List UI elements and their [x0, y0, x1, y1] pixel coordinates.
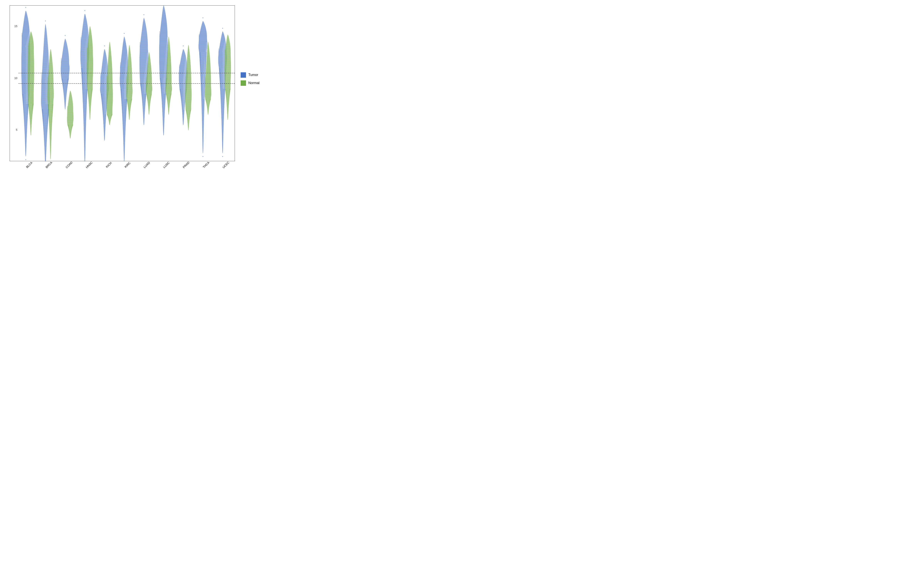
legend-item-tumor: Tumor [241, 73, 268, 78]
svg-rect-520 [45, 21, 46, 21]
plot-area-wrapper: 51015 BLCABRCACOADHNSCKICHKIRCLUADLUSCPR… [10, 5, 237, 167]
x-labels-row: BLCABRCACOADHNSCKICHKIRCLUADLUSCPRADTHCA… [18, 163, 235, 167]
legend-label: Tumor [248, 73, 258, 77]
legend-color-box [241, 73, 246, 78]
svg-rect-1844 [183, 45, 184, 46]
legend-label: Normal [248, 81, 260, 85]
x-label-ucec: UCEC [222, 161, 230, 168]
x-label-luad: LUAD [143, 161, 150, 168]
y-axis-label [2, 5, 10, 167]
violin-svg [18, 6, 235, 161]
x-label-kirc: KIRC [124, 161, 131, 168]
x-label-kich: KICH [105, 161, 112, 168]
legend-color-box [241, 81, 246, 86]
plot-area: 51015 [10, 5, 235, 161]
svg-rect-2272 [222, 28, 223, 29]
svg-rect-257 [26, 7, 26, 8]
y-tick-15: 15 [14, 25, 17, 28]
x-label-prad: PRAD [182, 161, 190, 168]
svg-rect-258 [26, 159, 26, 160]
svg-rect-1285 [124, 33, 124, 34]
x-axis-labels: BLCABRCACOADHNSCKICHKIRCLUADLUSCPRADTHCA… [10, 161, 235, 167]
chart-container: 51015 BLCABRCACOADHNSCKICHKIRCLUADLUSCPR… [2, 2, 268, 167]
svg-rect-2057 [202, 156, 203, 157]
x-label-hnsc: HNSC [85, 161, 93, 168]
legend: TumorNormal [237, 5, 268, 167]
x-label-coad: COAD [65, 161, 73, 168]
x-label-lusc: LUSC [163, 161, 170, 168]
svg-rect-644 [65, 35, 65, 36]
x-label-thca: THCA [202, 161, 210, 168]
svg-rect-1078 [104, 45, 105, 46]
svg-rect-2273 [222, 156, 223, 157]
chart-body: 51015 BLCABRCACOADHNSCKICHKIRCLUADLUSCPR… [2, 5, 268, 167]
svg-rect-1462 [144, 14, 144, 15]
legend-item-normal: Normal [241, 81, 268, 86]
svg-rect-896 [84, 10, 85, 11]
y-tick-5: 5 [16, 128, 17, 131]
x-label-blca: BLCA [26, 161, 33, 168]
x-label-brca: BRCA [45, 161, 53, 168]
y-ticks: 51015 [10, 6, 18, 161]
svg-rect-2056 [202, 17, 203, 18]
y-tick-10: 10 [14, 77, 17, 80]
